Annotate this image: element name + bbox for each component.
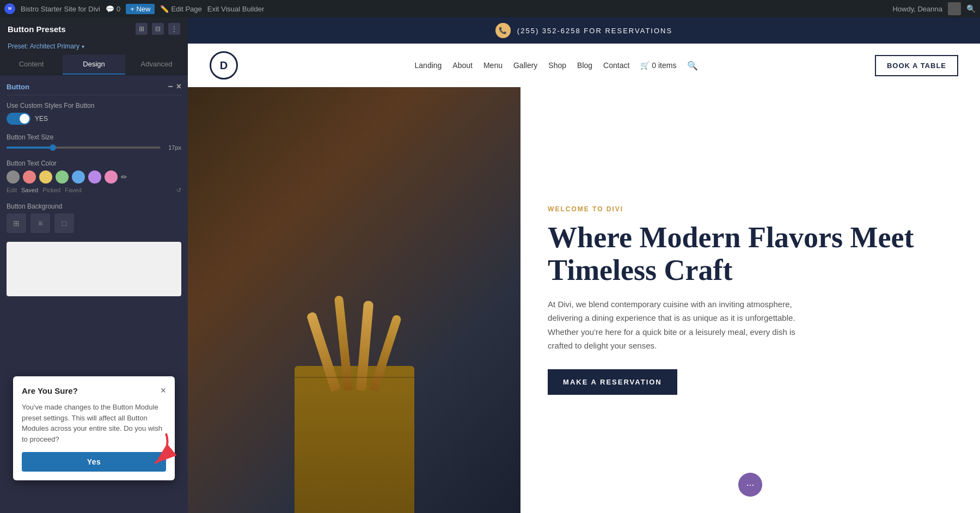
exit-builder-button[interactable]: Exit Visual Builder: [207, 5, 265, 13]
sidebar-header-icons: ⊞ ⊟ ⋮: [136, 23, 180, 35]
nav-links: Landing About Menu Gallery Shop Blog Con…: [415, 60, 699, 71]
bg-gradient-icon[interactable]: ≡: [30, 213, 50, 233]
color-swatch-green[interactable]: [56, 170, 69, 184]
nav-cart[interactable]: 🛒 0 items: [640, 61, 676, 70]
color-tab-picked[interactable]: Picked: [42, 187, 60, 194]
bg-video-icon[interactable]: □: [54, 213, 74, 233]
svg-text:W: W: [8, 7, 12, 10]
cart-icon: 🛒: [640, 61, 650, 70]
admin-bar-left: W Bistro Starter Site for Divi 💬 0 + New…: [4, 3, 886, 14]
confirm-yes-button[interactable]: Yes: [22, 452, 166, 472]
color-tab-saved[interactable]: Saved: [21, 187, 38, 194]
confirm-dialog: Are You Sure? × You've made changes to t…: [13, 376, 175, 480]
text-color-label: Button Text Color: [7, 160, 181, 167]
site-hero: WELCOME TO DIVI Where Modern Flavors Mee…: [188, 87, 980, 513]
wp-logo-icon[interactable]: W: [4, 3, 15, 14]
color-pen-icon[interactable]: ✏: [121, 173, 127, 181]
text-color-field: Button Text Color ✏ Edit Saved Picked Fa…: [7, 160, 181, 194]
tab-design[interactable]: Design: [63, 54, 125, 75]
bg-image-icon[interactable]: ⊞: [7, 213, 26, 233]
color-swatch-pink[interactable]: [23, 170, 36, 184]
text-size-field: Button Text Size 17px: [7, 133, 181, 151]
sidebar-header: Button Presets ⊞ ⊟ ⋮: [0, 17, 188, 40]
hero-cta-button[interactable]: MAKE A RESERVATION: [548, 369, 677, 395]
custom-styles-toggle[interactable]: [7, 113, 30, 125]
color-footer: Edit Saved Picked Faved ↺: [7, 187, 181, 194]
confirm-title: Are You Sure?: [22, 386, 78, 395]
slider-thumb[interactable]: [50, 144, 56, 151]
section-toggle[interactable]: − ×: [168, 82, 181, 91]
sidebar: Button Presets ⊞ ⊟ ⋮ Preset: Architect P…: [0, 17, 188, 513]
edit-page-button[interactable]: ✏️ Edit Page: [160, 5, 201, 13]
comment-icon: 💬: [106, 5, 114, 13]
sidebar-tabs: Content Design Advanced: [0, 54, 188, 75]
grid-icon[interactable]: ⊟: [152, 23, 164, 35]
hero-description: At Divi, we blend contemporary cuisine w…: [548, 297, 820, 353]
nav-shop[interactable]: Shop: [548, 61, 566, 70]
color-swatch-yellow[interactable]: [39, 170, 52, 184]
text-size-slider-track[interactable]: [7, 146, 161, 149]
site-logo: D: [210, 51, 238, 80]
floating-menu-button[interactable]: ···: [738, 473, 762, 497]
hero-content: WELCOME TO DIVI Where Modern Flavors Mee…: [520, 87, 980, 513]
color-reset-icon[interactable]: ↺: [176, 187, 181, 194]
hero-title: Where Modern Flavors Meet Timeless Craft: [548, 222, 953, 286]
preview-box: [7, 242, 181, 296]
bg-field: Button Background ⊞ ≡ □: [7, 203, 181, 233]
howdy-label: Howdy, Deanna: [892, 5, 942, 13]
window-icon[interactable]: ⊞: [136, 23, 148, 35]
nav-blog[interactable]: Blog: [577, 61, 592, 70]
nav-about[interactable]: About: [452, 61, 473, 70]
color-swatch-purple[interactable]: [88, 170, 101, 184]
site-topbar: 📞 (255) 352-6258 FOR RESERVATIONS: [188, 17, 980, 44]
toggle-row: YES: [7, 113, 181, 125]
pencil-icon: ✏️: [160, 5, 169, 13]
cart-count: 0 items: [652, 61, 676, 70]
book-table-button[interactable]: BOOK A TABLE: [875, 55, 958, 76]
hero-image: [188, 87, 520, 513]
color-tab-edit[interactable]: Edit: [7, 187, 17, 194]
bg-label: Button Background: [7, 203, 181, 210]
text-size-slider-row: 17px: [7, 144, 181, 151]
phone-icon: 📞: [495, 23, 511, 38]
nav-contact[interactable]: Contact: [603, 61, 629, 70]
avatar[interactable]: [948, 2, 961, 15]
logo-circle: D: [210, 51, 238, 80]
tab-advanced[interactable]: Advanced: [125, 54, 188, 75]
preset-label: Preset: Architect Primary: [8, 42, 79, 50]
tab-content[interactable]: Content: [0, 54, 63, 75]
admin-bar-right: Howdy, Deanna 🔍: [892, 2, 976, 15]
nav-gallery[interactable]: Gallery: [513, 61, 537, 70]
nav-search-icon[interactable]: 🔍: [687, 60, 698, 71]
slider-fill: [7, 146, 53, 149]
text-size-value: 17px: [165, 144, 181, 151]
color-swatch-gray[interactable]: [7, 170, 20, 184]
custom-styles-label: Use Custom Styles For Button: [7, 102, 181, 109]
color-swatch-blue[interactable]: [72, 170, 85, 184]
color-tab-faved[interactable]: Faved: [65, 187, 82, 194]
custom-styles-field: Use Custom Styles For Button YES: [7, 102, 181, 125]
confirm-title-row: Are You Sure? ×: [22, 385, 166, 396]
confirm-close-button[interactable]: ×: [160, 385, 166, 396]
site-name[interactable]: Bistro Starter Site for Divi: [21, 5, 100, 13]
nav-menu[interactable]: Menu: [483, 61, 503, 70]
topbar-phone: (255) 352-6258 FOR RESERVATIONS: [517, 27, 672, 35]
nav-landing[interactable]: Landing: [415, 61, 442, 70]
color-swatches: ✏: [7, 170, 181, 184]
search-icon[interactable]: 🔍: [966, 4, 976, 13]
button-section-header: Button − ×: [7, 82, 181, 95]
minus-icon: −: [168, 82, 173, 91]
comment-count[interactable]: 💬 0: [106, 5, 120, 13]
sidebar-title: Button Presets: [8, 25, 66, 34]
text-size-label: Button Text Size: [7, 133, 181, 141]
caret-down-icon: ▾: [82, 44, 84, 50]
preset-selector[interactable]: Preset: Architect Primary ▾: [0, 40, 188, 54]
toggle-label: YES: [35, 115, 48, 123]
more-icon[interactable]: ⋮: [168, 23, 180, 35]
color-swatch-mauve[interactable]: [105, 170, 118, 184]
main-content: 📞 (255) 352-6258 FOR RESERVATIONS D Land…: [188, 17, 980, 513]
bg-type-icons: ⊞ ≡ □: [7, 213, 181, 233]
site-preview: 📞 (255) 352-6258 FOR RESERVATIONS D Land…: [188, 17, 980, 513]
new-button[interactable]: + New: [126, 4, 155, 14]
confirm-message: You've made changes to the Button Module…: [22, 402, 166, 444]
